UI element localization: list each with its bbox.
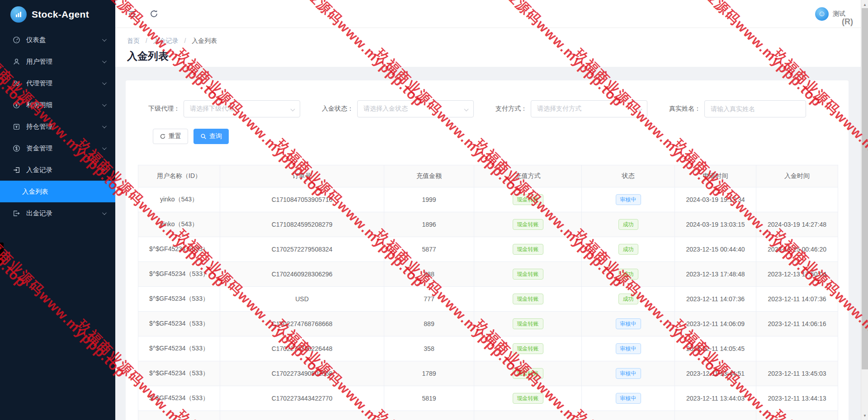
method-tag: 现金转账	[513, 368, 543, 379]
cell-method: 现金转账	[474, 237, 582, 262]
chevron-down-icon	[291, 107, 295, 112]
cell-status: 审核中	[582, 312, 675, 336]
method-tag: 现金转账	[513, 269, 543, 280]
scroll-thumb[interactable]	[862, 8, 868, 369]
table-row[interactable]: $^$GF45234（533） USD 777 现金转账 成功 2023-12-…	[138, 287, 838, 312]
sidebar-item-deposit-list[interactable]: 入金列表	[0, 181, 115, 202]
cell-status: 审核中	[582, 386, 675, 411]
search-label: 查询	[209, 132, 222, 140]
table-row[interactable]: $^$GF45234（533） C1702273490502568 1789 现…	[138, 361, 838, 386]
cell-order: C1710847053905716	[220, 187, 384, 212]
vertical-scrollbar[interactable]: ▲ ▼	[861, 0, 868, 420]
cell-user: yinko（543）	[138, 212, 220, 237]
cell-method: 现金转账	[474, 336, 582, 361]
main-area: ☺ 测试 首页 / 入金记录 / 入金列表 入金列表 下级代理： 请选择	[115, 0, 868, 420]
table-row[interactable]: $^$GF45234（533） C1702274768768668 889 现金…	[138, 312, 838, 336]
status-tag: 审核中	[616, 194, 641, 205]
cell-deposit-time: 2023-12-11 13:45:03	[756, 361, 838, 386]
table-row[interactable]: yinko（543） C1710847053905716 1999 现金转账 审…	[138, 187, 838, 212]
cell-deposit-time: 2024-03-19 14:27:48	[756, 212, 838, 237]
table-row[interactable]: yinko（543） C1710824595208279 1896 现金转账 成…	[138, 212, 838, 237]
agent-select[interactable]: 请选择下级代理	[184, 100, 300, 117]
logo-icon	[10, 6, 27, 23]
cell-amount: 889	[384, 312, 474, 336]
cell-order: C1702572279508324	[220, 237, 384, 262]
breadcrumb-current: 入金列表	[192, 37, 217, 44]
sidebar-item-agents[interactable]: 代理管理	[0, 72, 115, 94]
cell-method: 现金转账	[474, 312, 582, 336]
cell-order: C1702460928306296	[220, 262, 384, 287]
dashboard-icon	[12, 36, 20, 44]
cell-method: 现金转账	[474, 361, 582, 386]
breadcrumb-deposit-records[interactable]: 入金记录	[153, 37, 179, 44]
cell-status: 审核中	[582, 336, 675, 361]
scroll-down-arrow[interactable]: ▼	[861, 412, 868, 419]
sidebar-item-positions[interactable]: 持仓管理	[0, 116, 115, 137]
table-row[interactable]: $^$GF45234（533） C1702274745226448 358 现金…	[138, 336, 838, 361]
method-tag: 现金转账	[513, 294, 543, 304]
cell-user: $^$GF45234（533）	[138, 287, 220, 312]
cell-apply-time: 2023-12-15 00:44:40	[675, 237, 756, 262]
chevron-down-icon	[102, 210, 107, 215]
profit-icon	[12, 101, 20, 109]
cell-deposit-time: 2023-12-11 14:06:16	[756, 312, 838, 336]
refresh-icon[interactable]	[149, 9, 159, 19]
topbar: ☺ 测试	[115, 0, 868, 28]
drawer-handle[interactable]	[0, 243, 4, 263]
breadcrumb-home[interactable]: 首页	[127, 37, 140, 44]
payment-select[interactable]: 请选择支付方式	[531, 100, 647, 117]
sidebar-item-funds[interactable]: 资金管理	[0, 137, 115, 159]
table-row[interactable]: $^$GF45234（533） C1702572279508324 5877 现…	[138, 237, 838, 262]
cell-order: C1710824595208279	[220, 212, 384, 237]
cell-method: 现金转账	[474, 386, 582, 411]
table-row[interactable]: $^$GF45234（533） C1702273443422770 5819 现…	[138, 386, 838, 411]
status-tag: 成功	[618, 269, 638, 280]
table-header-row: 用户名称（ID） 订单号 充值金额 充值方式 状态 申请时间 入金时间	[138, 165, 838, 187]
sidebar-item-label: 持仓管理	[26, 122, 102, 131]
cell-order: USD	[220, 287, 384, 312]
cell-method: 现金转账	[474, 187, 582, 212]
table-row[interactable]: $^$GF45234（533） C1702460928306296 888 现金…	[138, 262, 838, 287]
sidebar-item-label: 用户管理	[26, 57, 102, 66]
user-menu[interactable]: ☺ 测试	[815, 0, 845, 28]
status-tag: 审核中	[616, 343, 641, 354]
sidebar-item-users[interactable]: 用户管理	[0, 51, 115, 72]
reset-button[interactable]: 重置	[153, 129, 188, 144]
col-username: 用户名称（ID）	[138, 165, 220, 187]
col-method: 充值方式	[474, 165, 582, 187]
reset-icon	[160, 133, 166, 140]
sidebar-submenu-deposit: 入金列表	[0, 181, 115, 202]
sidebar-item-profit[interactable]: 利润明细	[0, 94, 115, 116]
avatar[interactable]: ☺	[815, 7, 829, 21]
status-tag: 成功	[618, 219, 638, 230]
status-tag: 成功	[618, 294, 638, 304]
cell-method: 现金转账	[474, 212, 582, 237]
status-select[interactable]: 请选择入金状态	[357, 100, 474, 117]
cell-user: $^$GF45234（533）	[138, 312, 220, 336]
table-wrap: 用户名称（ID） 订单号 充值金额 充值方式 状态 申请时间 入金时间	[138, 165, 849, 420]
filter-bar: 下级代理： 请选择下级代理 入金状态： 请选择入金状态	[148, 100, 849, 117]
collapse-sidebar-icon[interactable]	[127, 9, 137, 19]
chevron-down-icon	[102, 59, 107, 63]
filter-label: 支付方式：	[495, 105, 527, 113]
scroll-up-arrow[interactable]: ▲	[861, 1, 868, 8]
cell-amount: 358	[384, 336, 474, 361]
reset-label: 重置	[169, 132, 181, 140]
sidebar-item-withdraw-records[interactable]: 出金记录	[0, 202, 115, 224]
realname-input[interactable]	[704, 100, 806, 117]
chevron-down-icon	[102, 145, 107, 150]
cell-deposit-time	[756, 187, 838, 212]
cell-user: yinko（543）	[138, 187, 220, 212]
sidebar-item-deposit-records[interactable]: 入金记录	[0, 159, 115, 181]
sidebar-item-dashboard[interactable]: 仪表盘	[0, 29, 115, 51]
method-tag: 现金转账	[513, 318, 543, 329]
status-tag: 审核中	[616, 318, 641, 329]
search-button[interactable]: 查询	[193, 129, 229, 144]
cell-amount: 1789	[384, 361, 474, 386]
status-tag: 审核中	[616, 368, 641, 379]
chevron-down-icon	[102, 102, 107, 107]
registered-mark: (R)	[842, 17, 853, 27]
cell-order: C1702274745226448	[220, 336, 384, 361]
sidebar-menu: 仪表盘 用户管理 代理管理 利润明细 持仓管理	[0, 29, 115, 224]
cell-amount: 777	[384, 287, 474, 312]
